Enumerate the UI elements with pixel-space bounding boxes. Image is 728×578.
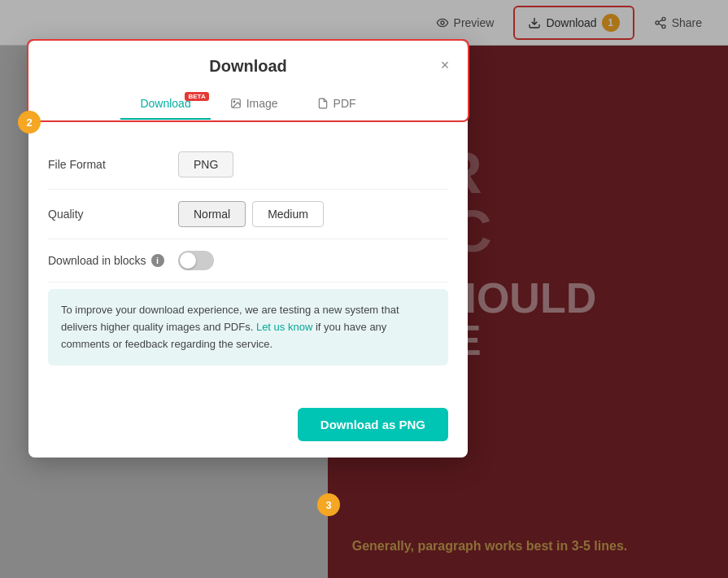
toggle-controls bbox=[178, 251, 214, 270]
quality-row: Quality Normal Medium bbox=[48, 190, 448, 239]
quality-medium-button[interactable]: Medium bbox=[252, 201, 324, 227]
download-blocks-label: Download in blocks i bbox=[48, 254, 178, 267]
quality-controls: Normal Medium bbox=[178, 201, 324, 227]
download-blocks-toggle[interactable] bbox=[178, 251, 214, 270]
dialog-body: File Format PNG Quality Normal Medium Do… bbox=[28, 120, 468, 398]
toggle-knob bbox=[180, 252, 196, 269]
quality-label: Quality bbox=[48, 208, 178, 221]
quality-normal-button[interactable]: Normal bbox=[178, 201, 246, 227]
beta-badge: BETA bbox=[185, 92, 208, 101]
tab-pdf-label: PDF bbox=[333, 97, 356, 110]
format-png-button[interactable]: PNG bbox=[178, 151, 233, 177]
download-blocks-row: Download in blocks i bbox=[48, 239, 448, 282]
svg-point-8 bbox=[233, 101, 235, 103]
tab-download[interactable]: Download BETA bbox=[120, 89, 210, 120]
file-format-controls: PNG bbox=[178, 151, 233, 177]
file-format-label: File Format bbox=[48, 158, 178, 171]
dialog-title: Download bbox=[48, 57, 448, 76]
step-2-badge: 2 bbox=[18, 111, 41, 134]
dialog-tabs: Download BETA Image PDF bbox=[48, 89, 448, 120]
dialog-footer: Download as PNG bbox=[28, 398, 468, 458]
tab-image[interactable]: Image bbox=[211, 89, 298, 120]
close-button[interactable]: × bbox=[435, 55, 455, 75]
tab-image-label: Image bbox=[246, 97, 278, 110]
tab-pdf[interactable]: PDF bbox=[298, 89, 376, 120]
pdf-tab-icon bbox=[317, 98, 329, 109]
tab-download-label: Download bbox=[140, 97, 190, 110]
image-tab-icon bbox=[230, 98, 242, 109]
download-dialog: Download × Download BETA Image PDF bbox=[28, 41, 468, 458]
download-png-button[interactable]: Download as PNG bbox=[298, 408, 448, 441]
let-us-know-link[interactable]: Let us know bbox=[256, 321, 312, 333]
info-banner: To improve your download experience, we … bbox=[48, 289, 448, 366]
dialog-header: Download × Download BETA Image PDF bbox=[28, 41, 468, 120]
step-3-badge: 3 bbox=[317, 493, 340, 516]
file-format-row: File Format PNG bbox=[48, 140, 448, 190]
info-icon[interactable]: i bbox=[151, 254, 164, 267]
